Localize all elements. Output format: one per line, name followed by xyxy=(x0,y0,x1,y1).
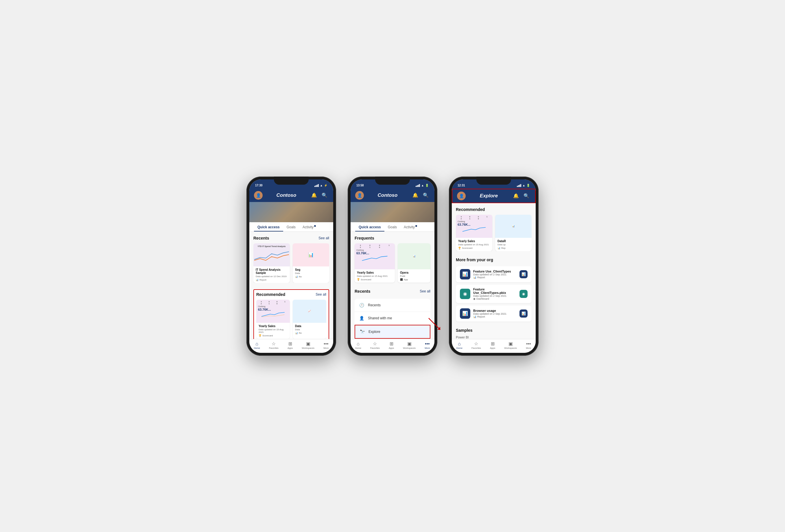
tab-goals-1[interactable]: Goals xyxy=(283,222,299,232)
card-sub-yearly: Data updated on 15 Aug 2021 xyxy=(259,328,287,334)
bell-icon-3[interactable]: 🔔 xyxy=(512,192,520,200)
org-icon-browser: 📊 xyxy=(460,308,470,319)
bell-icon-2[interactable]: 🔔 xyxy=(411,191,420,200)
see-all-2[interactable]: See all xyxy=(420,289,430,293)
star-icon-3: ☆ xyxy=(474,342,478,346)
nav-favorites-1[interactable]: ☆ Favorites xyxy=(267,341,280,350)
tab-quick-access-1[interactable]: Quick access xyxy=(254,222,283,232)
tab-activity-2[interactable]: Activity xyxy=(400,222,421,232)
card-title-it: IT Spend Analysis Sample xyxy=(256,268,287,274)
rec-card-yearly-3[interactable]: 4001 210 Clothing 63.76K... xyxy=(456,215,492,251)
s-bar4 xyxy=(419,184,420,187)
card-data-1[interactable]: 📈 Data Data 📊 Re xyxy=(293,300,326,339)
org-icon-dup-pbix: ◉ xyxy=(520,290,528,298)
header-title-3: Explore xyxy=(466,193,512,199)
nav-apps-1[interactable]: ⊞ Apps xyxy=(286,341,295,350)
card-info-it: IT Spend Analysis Sample Data updated on… xyxy=(253,266,290,283)
search-icon-1[interactable]: 🔍 xyxy=(321,191,329,200)
rec-card-datar-3[interactable]: 📊 DataR Data up 📊 Rep xyxy=(495,215,532,251)
samples-section: Samples Power BI xyxy=(452,324,536,339)
see-all-recommended-1[interactable]: See all xyxy=(315,292,326,296)
time-2: 13:58 xyxy=(356,184,364,187)
nav-apps-3[interactable]: ⊞ Apps xyxy=(488,341,497,350)
recents-item-shared[interactable]: 👤 Shared with me xyxy=(355,312,430,325)
recents-title-1: Recents xyxy=(253,236,269,240)
freq-card-type-yearly: 🏆 Scorecard xyxy=(357,278,392,281)
freq-card-sub-opera: Publi xyxy=(400,275,428,277)
org-section: More from your org xyxy=(452,254,536,266)
org-title-feature-pbix: Feature Use_ClientTypes.pbix xyxy=(473,288,516,294)
scorecard-icon-rec-3: 🏆 xyxy=(458,247,461,249)
rec-card-title-datar-3: DataR xyxy=(498,240,529,243)
nav-more-1[interactable]: ••• More xyxy=(322,341,330,350)
nav-ws-label-2: Workspaces xyxy=(403,347,416,349)
freq-card-yearly[interactable]: 4001 210 Clothing 63.76K... xyxy=(355,243,395,283)
battery-icon-1: ⚡ xyxy=(324,184,327,187)
header-title-2: Contoso xyxy=(364,192,411,198)
card-seg[interactable]: 📊 Seg Data 📊 Re xyxy=(293,243,329,283)
freq-thumb-opera: 📊 xyxy=(398,243,430,269)
nav-home-1[interactable]: ⌂ Home xyxy=(252,341,262,350)
recents-section-2: Recents See all xyxy=(351,285,434,299)
rec-card-sub-datar-3: Data up xyxy=(498,243,529,246)
org-item-browser[interactable]: 📊 Browser usage Data updated on 2 Sep 20… xyxy=(456,305,532,322)
org-info-browser: Browser usage Data updated on 2 Sep 2021… xyxy=(473,309,516,318)
freq-card-title-opera: Opera xyxy=(400,271,428,274)
nav-workspaces-3[interactable]: ▣ Workspaces xyxy=(502,341,518,350)
nav-home-label-1: Home xyxy=(254,347,260,349)
tab-quick-access-2[interactable]: Quick access xyxy=(355,222,384,232)
report-icon-data: 📊 xyxy=(295,332,298,334)
content-1: Recents See all YTD IT Spend Trend Analy… xyxy=(249,232,333,339)
nav-more-label-1: More xyxy=(323,347,329,349)
org-header: More from your org xyxy=(456,258,532,262)
nav-apps-2[interactable]: ⊞ Apps xyxy=(387,341,396,350)
bar2 xyxy=(315,185,316,187)
rec-card-sub-yearly-3: Data updated on 15 Aug 2021 xyxy=(458,243,490,246)
time-1: 17:30 xyxy=(255,184,263,187)
opera-thumb-inner: 📊 xyxy=(398,243,430,269)
see-all-recents-1[interactable]: See all xyxy=(319,236,329,240)
search-icon-2[interactable]: 🔍 xyxy=(422,191,430,200)
tab-activity-1[interactable]: Activity xyxy=(299,222,319,232)
nav-more-2[interactable]: ••• More xyxy=(423,341,432,350)
bar3 xyxy=(317,185,318,187)
nav-home-2[interactable]: ⌂ Home xyxy=(353,341,363,350)
workspaces-icon-1: ▣ xyxy=(306,342,310,346)
avatar-3[interactable]: 👤 xyxy=(457,192,466,200)
recents-item-recents[interactable]: 🕐 Recents xyxy=(355,299,430,312)
org-type-browser: 📊 Report xyxy=(473,315,516,318)
recents-item-explore[interactable]: 🔭 Explore xyxy=(355,325,430,339)
nav-home-3[interactable]: ⌂ Home xyxy=(455,341,464,350)
freq-card-opera[interactable]: 📊 Opera Publi ⬛ App xyxy=(398,243,430,283)
nav-more-3[interactable]: ••• More xyxy=(524,341,533,350)
card-sub-data: Data xyxy=(295,328,324,331)
workspaces-icon-3: ▣ xyxy=(508,342,513,346)
nav-favorites-2[interactable]: ☆ Favorites xyxy=(369,341,381,350)
org-title-browser: Browser usage xyxy=(473,309,516,312)
org-item-feature-types[interactable]: 📊 Feature Use_ClientTypes Data updated o… xyxy=(456,266,532,282)
card-it-spend[interactable]: YTD IT Spend Trend Analysis IT Spend Ana… xyxy=(253,243,290,283)
card-yearly-sales-1[interactable]: 4001 210 Clothing 63.76K... xyxy=(256,300,290,339)
tab-goals-2[interactable]: Goals xyxy=(384,222,400,232)
search-icon-3[interactable]: 🔍 xyxy=(522,192,530,200)
org-type-feature-pbix: ◉ Dashboard xyxy=(473,297,516,300)
org-item-feature-pbix[interactable]: ◉ Feature Use_ClientTypes.pbix Data upda… xyxy=(456,285,532,303)
yearly-mini-chart xyxy=(257,311,289,317)
avatar-1[interactable]: 👤 xyxy=(254,191,263,200)
wifi-icon-1: ▲ xyxy=(320,184,323,187)
org-info-feature-types: Feature Use_ClientTypes Data updated on … xyxy=(473,270,516,279)
recents-label-explore: Explore xyxy=(369,330,380,334)
avatar-2[interactable]: 👤 xyxy=(355,191,364,200)
bell-icon-1[interactable]: 🔔 xyxy=(310,191,318,200)
nav-ws-label-1: Workspaces xyxy=(302,347,314,349)
nav-fav-label-1: Favorites xyxy=(269,347,279,349)
nav-workspaces-2[interactable]: ▣ Workspaces xyxy=(401,341,417,350)
content-3: Recommended 4001 210 xyxy=(452,203,536,339)
recents-header-1: Recents See all xyxy=(253,236,329,240)
nav-workspaces-1[interactable]: ▣ Workspaces xyxy=(300,341,316,350)
nav-favorites-3[interactable]: ☆ Favorites xyxy=(470,341,483,350)
home-icon-3: ⌂ xyxy=(458,342,461,346)
screen-1: 17:30 ▲ ⚡ 👤 Contoso xyxy=(249,180,333,353)
app-header-3: 👤 Explore 🔔 🔍 xyxy=(452,189,536,203)
recommended-header-3: Recommended xyxy=(456,207,532,212)
